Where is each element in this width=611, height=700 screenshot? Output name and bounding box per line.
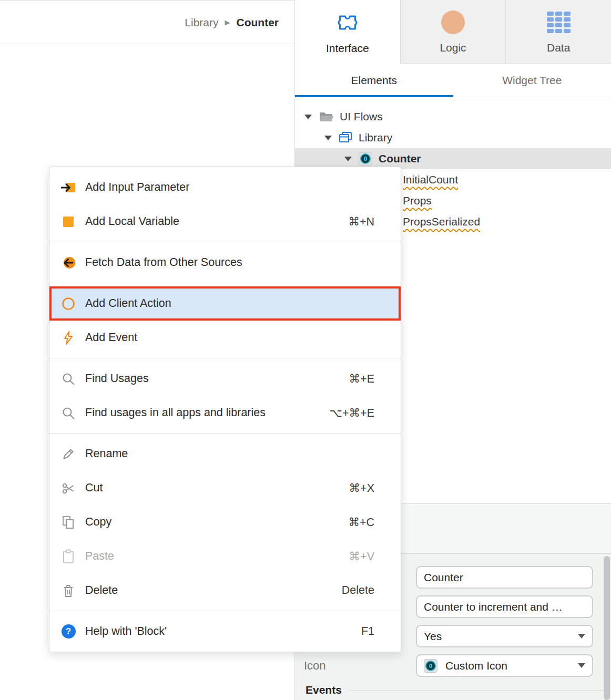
description-value: Counter to increment and …: [424, 601, 563, 613]
main-tab-bar: Interface Logic Data: [295, 0, 611, 64]
tab-data[interactable]: Data: [505, 0, 611, 64]
section-divider: [350, 690, 605, 691]
tree-item-counter[interactable]: 0 Counter: [295, 148, 611, 169]
client-action-icon: [60, 297, 77, 311]
menu-item-cut[interactable]: Cut ⌘+X: [49, 471, 401, 505]
icon-value: Custom Icon: [445, 660, 507, 672]
menu-item-label: Add Local Variable: [85, 215, 179, 228]
counter-widget-icon: 0: [359, 152, 372, 166]
folder-icon: [319, 111, 333, 122]
breadcrumb-separator-icon: ▶: [225, 18, 230, 26]
tree-item-library[interactable]: Library: [295, 127, 611, 148]
menu-item-shortcut: ⌥+⌘+E: [319, 406, 374, 420]
menu-group-actions: Add Client Action Add Event: [49, 283, 401, 358]
menu-item-label: Add Event: [85, 331, 137, 344]
tab-elements[interactable]: Elements: [295, 64, 453, 97]
chevron-down-icon: [578, 634, 585, 639]
menu-item-shortcut: Delete: [331, 584, 374, 597]
name-field[interactable]: Counter: [416, 566, 593, 589]
vertical-scrollbar[interactable]: [604, 556, 610, 700]
search-icon: [60, 406, 77, 420]
menu-item-add-client-action[interactable]: Add Client Action: [49, 286, 401, 321]
menu-group-help: ? Help with 'Block' F1: [49, 611, 401, 652]
fetch-data-icon: [60, 256, 77, 270]
tree-item-label: PropsSerialized: [403, 215, 480, 228]
menu-item-label: Copy: [85, 516, 111, 529]
menu-item-label: Add Client Action: [85, 297, 171, 310]
tab-label: Data: [547, 42, 570, 54]
search-icon: [60, 372, 77, 386]
chevron-down-icon: [578, 663, 585, 668]
public-select[interactable]: Yes: [416, 625, 593, 647]
menu-item-label: Help with 'Block': [85, 625, 167, 638]
menu-item-label: Paste: [85, 550, 114, 563]
icon-property-label: Icon: [304, 659, 326, 673]
chevron-down-icon[interactable]: [344, 157, 352, 161]
menu-group-edit: Rename Cut ⌘+X Copy ⌘+C Paste: [49, 433, 401, 611]
menu-item-find-usages-all[interactable]: Find usages in all apps and libraries ⌥+…: [49, 396, 401, 430]
context-menu: Add Input Parameter Add Local Variable ⌘…: [49, 167, 401, 652]
menu-item-delete[interactable]: Delete Delete: [49, 573, 401, 608]
tab-label: Elements: [351, 74, 397, 87]
icon-select[interactable]: 0 Custom Icon: [416, 654, 593, 677]
tree-item-label: Library: [359, 131, 392, 144]
menu-item-copy[interactable]: Copy ⌘+C: [49, 505, 401, 539]
tree-item-label: InitialCount: [403, 173, 458, 186]
menu-group-add-vars: Add Input Parameter Add Local Variable ⌘…: [49, 167, 401, 242]
panel-tab-bar: Elements Widget Tree: [295, 64, 611, 97]
menu-item-shortcut: ⌘+N: [338, 215, 374, 229]
copy-icon: [60, 516, 77, 529]
menu-item-label: Find Usages: [85, 372, 149, 385]
input-parameter-icon: [60, 181, 77, 194]
menu-item-add-local-variable[interactable]: Add Local Variable ⌘+N: [49, 204, 401, 239]
paste-icon: [60, 549, 77, 564]
table-grid-icon: [547, 9, 571, 35]
breadcrumb-current: Counter: [237, 16, 279, 29]
logic-circle-icon: [441, 9, 465, 35]
tab-logic[interactable]: Logic: [400, 0, 506, 64]
menu-item-shortcut: ⌘+V: [339, 550, 374, 563]
menu-item-label: Find usages in all apps and libraries: [85, 406, 266, 419]
public-value: Yes: [424, 630, 442, 643]
local-variable-icon: [60, 216, 77, 228]
menu-item-help[interactable]: ? Help with 'Block' F1: [49, 614, 401, 648]
tab-label: Logic: [440, 42, 466, 54]
event-bolt-icon: [60, 331, 77, 345]
menu-item-label: Fetch Data from Other Sources: [85, 256, 242, 269]
menu-item-fetch-data[interactable]: Fetch Data from Other Sources: [49, 245, 401, 280]
breadcrumb: Library ▶ Counter: [0, 1, 294, 44]
tree-item-label: UI Flows: [340, 110, 383, 123]
chevron-down-icon[interactable]: [304, 115, 312, 119]
tab-label: Widget Tree: [502, 74, 562, 87]
tree-item-ui-flows[interactable]: UI Flows: [295, 106, 611, 127]
description-field[interactable]: Counter to increment and …: [416, 595, 593, 618]
tree-item-label: Counter: [379, 152, 421, 165]
menu-item-rename[interactable]: Rename: [49, 437, 401, 471]
menu-item-find-usages[interactable]: Find Usages ⌘+E: [49, 362, 401, 396]
events-heading: Events: [306, 684, 342, 696]
menu-item-label: Add Input Parameter: [85, 181, 189, 194]
help-icon: ?: [60, 624, 77, 639]
menu-item-add-event[interactable]: Add Event: [49, 321, 401, 355]
screen-stack-icon: [339, 131, 352, 144]
menu-group-fetch: Fetch Data from Other Sources: [49, 242, 401, 283]
menu-group-find: Find Usages ⌘+E Find usages in all apps …: [49, 358, 401, 433]
tree-item-label: Props: [403, 194, 432, 207]
menu-item-label: Rename: [85, 447, 128, 460]
menu-item-label: Cut: [85, 481, 103, 495]
puzzle-icon: [337, 10, 359, 35]
menu-item-paste: Paste ⌘+V: [49, 539, 401, 573]
chevron-down-icon[interactable]: [324, 136, 332, 140]
pencil-icon: [60, 447, 77, 461]
app-window: Library ▶ Counter Interface Logic: [0, 0, 611, 700]
tab-interface[interactable]: Interface: [295, 0, 400, 64]
tab-label: Interface: [326, 42, 369, 55]
menu-item-add-input-parameter[interactable]: Add Input Parameter: [49, 170, 401, 204]
breadcrumb-parent[interactable]: Library: [185, 16, 218, 29]
counter-widget-icon: 0: [424, 659, 437, 673]
tab-widget-tree[interactable]: Widget Tree: [453, 64, 611, 97]
menu-item-shortcut: ⌘+E: [339, 372, 374, 386]
scissors-icon: [60, 481, 77, 495]
menu-item-label: Delete: [85, 584, 118, 597]
menu-item-shortcut: ⌘+C: [338, 516, 374, 529]
